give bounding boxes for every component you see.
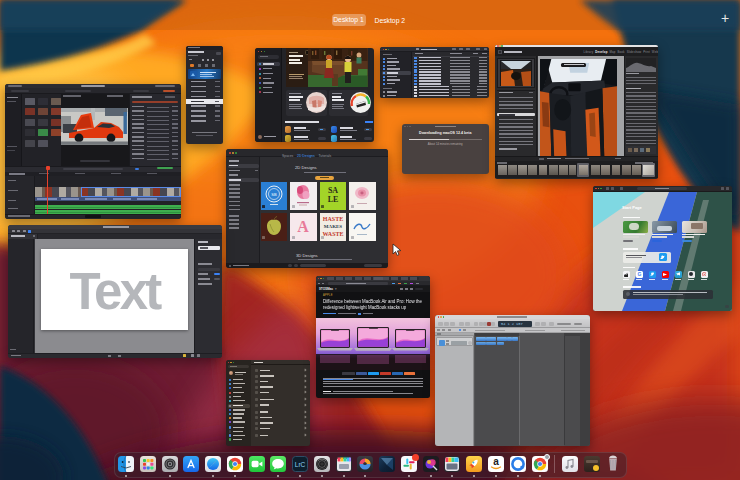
svg-text:SA: SA (328, 186, 338, 195)
svg-text:MAKES: MAKES (324, 224, 343, 229)
svg-text:LE: LE (327, 195, 338, 204)
svg-text:A: A (298, 218, 310, 235)
svg-text:SB: SB (271, 192, 277, 197)
svg-text:HASTE: HASTE (323, 216, 343, 222)
svg-text:WASTE: WASTE (322, 231, 343, 237)
